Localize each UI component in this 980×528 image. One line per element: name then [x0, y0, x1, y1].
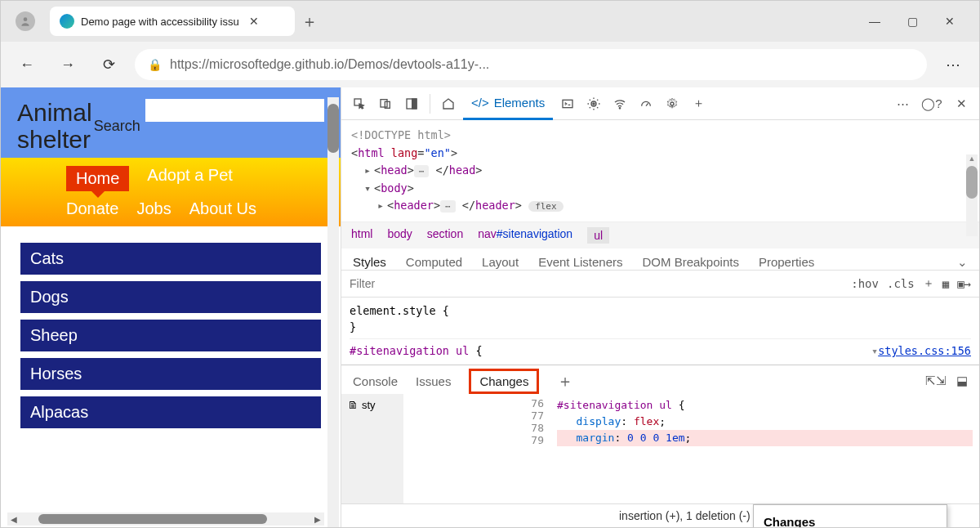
subtab-layout[interactable]: Layout: [482, 255, 519, 270]
subtab-styles[interactable]: Styles: [353, 255, 386, 270]
add-tab-icon[interactable]: ＋: [687, 92, 710, 115]
styles-subtabs: Styles Computed Layout Event Listeners D…: [341, 248, 979, 271]
list-item[interactable]: Dogs: [20, 281, 321, 313]
console-tab-icon[interactable]: [556, 92, 579, 115]
new-style-icon[interactable]: ＋: [923, 276, 934, 291]
help-icon[interactable]: ◯?: [920, 92, 943, 115]
dom-tree[interactable]: <!DOCTYPE html> <html lang="en"> ▸<head>…: [341, 120, 979, 221]
context-menu-title: Changes: [754, 512, 947, 527]
page-scrollbar-v[interactable]: [327, 97, 339, 527]
drawer-tabs: Console Issues Changes ＋ ⇱⇲ ⬓: [341, 365, 979, 394]
close-window-icon[interactable]: ✕: [940, 15, 960, 28]
reload-button[interactable]: ⟳: [94, 50, 123, 79]
maximize-icon[interactable]: ▢: [902, 15, 922, 28]
forward-button[interactable]: →: [53, 50, 82, 79]
subtab-computed[interactable]: Computed: [406, 255, 462, 270]
close-devtools-icon[interactable]: ✕: [950, 92, 973, 115]
url-text: https://microsoftedge.github.io/Demos/de…: [170, 57, 489, 72]
window-controls: ― ▢ ✕: [865, 15, 979, 28]
list-item[interactable]: Alpacas: [20, 396, 321, 428]
search-label: Search: [94, 118, 140, 135]
svg-rect-2: [381, 99, 387, 106]
browser-toolbar: ← → ⟳ 🔒 https://microsoftedge.github.io/…: [1, 42, 979, 87]
page-scrollbar-h[interactable]: ◀▶: [7, 512, 324, 526]
flex-editor-icon[interactable]: ▦: [942, 277, 949, 290]
file-icon: 🗎: [348, 399, 359, 411]
list-item[interactable]: Horses: [20, 358, 321, 390]
subtab-dombreakpoints[interactable]: DOM Breakpoints: [643, 255, 739, 270]
lock-icon: 🔒: [148, 58, 162, 71]
drawer-add-icon[interactable]: ＋: [557, 370, 573, 392]
drawer-tab-console[interactable]: Console: [353, 374, 398, 388]
styles-filter-row: :hov .cls ＋ ▦ ▣→: [341, 271, 979, 298]
source-link[interactable]: styles.css:156: [878, 342, 971, 359]
list-item[interactable]: Sheep: [20, 320, 321, 351]
performance-tab-icon[interactable]: [635, 92, 657, 115]
toggle-sidebar-icon[interactable]: ▣→: [957, 277, 971, 290]
tab-title: Demo page with accessibility issu: [81, 16, 239, 28]
subtab-eventlisteners[interactable]: Event Listeners: [538, 255, 622, 270]
titlebar: Demo page with accessibility issu ✕ ＋ ― …: [1, 1, 979, 42]
svg-point-0: [24, 17, 28, 21]
nav-adopt[interactable]: Adopt a Pet: [147, 166, 233, 191]
changes-files[interactable]: 🗎sty: [341, 394, 403, 503]
svg-point-10: [670, 102, 674, 105]
subtab-properties[interactable]: Properties: [759, 255, 814, 270]
site-nav: Home Adopt a Pet Donate Jobs About Us: [1, 158, 341, 226]
inspect-icon[interactable]: [348, 92, 371, 115]
line-numbers: 76 77 78 79: [403, 394, 550, 503]
welcome-tab-icon[interactable]: [437, 92, 460, 115]
drawer-tab-changes[interactable]: Changes: [469, 369, 539, 394]
tab-elements[interactable]: </>Elements: [463, 87, 553, 120]
settings-gear-icon[interactable]: [661, 92, 684, 115]
search-input[interactable]: [145, 99, 324, 122]
nav-jobs[interactable]: Jobs: [137, 199, 172, 218]
nav-donate[interactable]: Donate: [66, 199, 119, 218]
expand-drawer-icon[interactable]: ⇱⇲: [925, 374, 947, 388]
chevron-down-icon[interactable]: ⌄: [957, 255, 968, 270]
address-bar[interactable]: 🔒 https://microsoftedge.github.io/Demos/…: [135, 49, 927, 80]
context-menu: Changes ⊘ Remove from Quick View ▢ Move …: [753, 504, 947, 527]
list-item[interactable]: Cats: [20, 243, 321, 275]
filter-input[interactable]: [341, 271, 843, 297]
category-list: Cats Dogs Sheep Horses Alpacas: [1, 226, 341, 451]
breadcrumb[interactable]: html body section nav#sitenavigation ul: [341, 221, 979, 248]
more-icon[interactable]: ⋯: [938, 50, 968, 79]
site-title: Animalshelter: [17, 99, 92, 153]
drawer: Console Issues Changes ＋ ⇱⇲ ⬓ 🗎sty 76: [341, 365, 979, 527]
svg-point-8: [593, 102, 595, 104]
cls-button[interactable]: .cls: [887, 277, 915, 290]
styles-pane[interactable]: element.style { } #sitenavigation ul { s…: [341, 298, 979, 365]
minimize-icon[interactable]: ―: [865, 15, 884, 28]
dom-scrollbar[interactable]: ▲: [966, 154, 978, 236]
browser-tab[interactable]: Demo page with accessibility issu ✕: [50, 7, 295, 36]
back-button[interactable]: ←: [12, 50, 42, 79]
devtools-toolbar: </>Elements ＋ ⋯ ◯? ✕: [341, 87, 979, 120]
sources-tab-icon[interactable]: [582, 92, 605, 115]
devtools: </>Elements ＋ ⋯ ◯? ✕ <!DOCTYPE html> <ht…: [341, 87, 979, 527]
diff-view[interactable]: #sitenavigation ul { display: flex; marg…: [550, 394, 979, 503]
new-tab-button[interactable]: ＋: [295, 7, 324, 36]
hov-button[interactable]: :hov: [851, 277, 879, 290]
dock-icon[interactable]: [400, 92, 423, 115]
page-viewport: Animalshelter Search Home Adopt a Pet Do…: [1, 87, 341, 527]
svg-point-9: [620, 107, 621, 108]
device-icon[interactable]: [374, 92, 397, 115]
dock-drawer-icon[interactable]: ⬓: [956, 374, 968, 388]
svg-rect-5: [412, 99, 416, 109]
nav-about[interactable]: About Us: [189, 199, 256, 218]
nav-home[interactable]: Home: [66, 166, 129, 191]
drawer-tab-issues[interactable]: Issues: [416, 374, 451, 388]
more-tools-icon[interactable]: ⋯: [891, 92, 914, 115]
profile-icon[interactable]: [16, 11, 35, 31]
favicon-icon: [60, 14, 74, 29]
network-tab-icon[interactable]: [608, 92, 631, 115]
svg-rect-6: [563, 100, 572, 107]
page-header: Animalshelter Search: [1, 87, 341, 158]
close-icon[interactable]: ✕: [246, 15, 262, 28]
